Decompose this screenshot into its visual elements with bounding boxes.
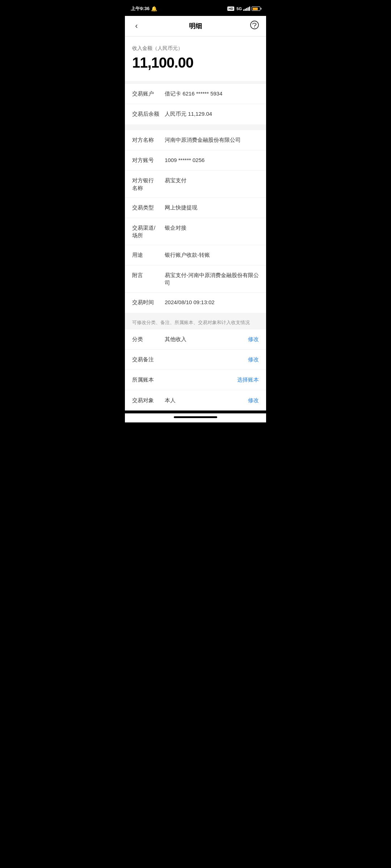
nav-bar: ‹ 明细	[125, 16, 266, 37]
table-row: 对方账号 1009 ****** 0256	[125, 150, 266, 171]
row-label: 交易时间	[132, 298, 165, 306]
table-row: 交易后余额 人民币元 11,129.04	[125, 104, 266, 124]
notification-icon: 🔔	[151, 6, 157, 12]
signal-icon	[243, 7, 250, 11]
category-row: 分类 其他收入 修改	[125, 329, 266, 350]
row-value: 易宝支付-河南中原消费金融股份有限公司	[165, 271, 259, 286]
status-right: HD 5G	[227, 7, 260, 11]
remark-label: 交易备注	[132, 356, 165, 363]
row-value: 银企对接	[165, 224, 259, 231]
transaction-detail-section: 交易账户 借记卡 6216 ****** 5934 交易后余额 人民币元 11,…	[125, 84, 266, 124]
row-value: 河南中原消费金融股份有限公司	[165, 136, 259, 144]
counterparty-edit-button[interactable]: 修改	[248, 397, 259, 404]
row-label: 对方银行 名称	[132, 176, 165, 192]
account-book-label: 所属账本	[132, 376, 165, 383]
table-row: 交易账户 借记卡 6216 ****** 5934	[125, 84, 266, 104]
amount-label: 收入金额（人民币元）	[132, 45, 259, 52]
counterparty-value: 本人	[165, 397, 248, 404]
row-label: 交易账户	[132, 90, 165, 97]
svg-point-0	[251, 21, 258, 29]
table-row: 对方银行 名称 易宝支付	[125, 171, 266, 198]
page-title: 明细	[189, 22, 202, 30]
amount-section: 收入金额（人民币元） 11,100.00	[125, 37, 266, 81]
main-content: 收入金额（人民币元） 11,100.00 交易账户 借记卡 6216 *****…	[125, 37, 266, 410]
home-bar	[174, 416, 217, 418]
table-row: 附言 易宝支付-河南中原消费金融股份有限公司	[125, 265, 266, 293]
row-label: 交易后余额	[132, 110, 165, 118]
row-label: 交易类型	[132, 204, 165, 211]
remark-edit-button[interactable]: 修改	[248, 356, 259, 363]
home-indicator	[125, 413, 266, 422]
category-label: 分类	[132, 336, 165, 343]
support-button[interactable]	[249, 20, 260, 32]
editable-notice: 可修改分类、备注、所属账本、交易对象和计入收支情况	[125, 316, 266, 329]
row-label: 附言	[132, 271, 165, 279]
counterparty-detail-section: 对方名称 河南中原消费金融股份有限公司 对方账号 1009 ****** 025…	[125, 130, 266, 313]
amount-value: 11,100.00	[132, 55, 259, 71]
time-display: 上午9:36	[131, 5, 150, 12]
counterparty-row: 交易对象 本人 修改	[125, 390, 266, 410]
table-row: 对方名称 河南中原消费金融股份有限公司	[125, 130, 266, 150]
row-label: 交易渠道/ 场所	[132, 224, 165, 239]
section-divider	[125, 127, 266, 130]
table-row: 交易渠道/ 场所 银企对接	[125, 218, 266, 245]
row-value: 借记卡 6216 ****** 5934	[165, 90, 259, 97]
account-book-row: 所属账本 选择账本	[125, 370, 266, 390]
svg-point-1	[254, 27, 255, 27]
back-button[interactable]: ‹	[131, 21, 142, 31]
editable-section: 可修改分类、备注、所属账本、交易对象和计入收支情况 分类 其他收入 修改 交易备…	[125, 316, 266, 410]
status-bar: 上午9:36 🔔 HD 5G	[125, 0, 266, 16]
category-edit-button[interactable]: 修改	[248, 336, 259, 343]
row-value: 网上快捷提现	[165, 204, 259, 211]
table-row: 交易时间 2024/08/10 09:13:02	[125, 293, 266, 313]
row-value: 易宝支付	[165, 176, 259, 184]
status-left: 上午9:36 🔔	[131, 5, 157, 12]
battery-icon	[252, 7, 260, 11]
row-value: 人民币元 11,129.04	[165, 110, 259, 118]
account-book-select-button[interactable]: 选择账本	[237, 376, 259, 383]
row-value: 2024/08/10 09:13:02	[165, 298, 259, 306]
row-label: 对方名称	[132, 136, 165, 144]
table-row: 交易类型 网上快捷提现	[125, 198, 266, 218]
hd-badge: HD	[227, 7, 234, 11]
category-value: 其他收入	[165, 336, 248, 343]
counterparty-label: 交易对象	[132, 397, 165, 404]
battery-fill	[253, 8, 258, 10]
row-label: 用途	[132, 251, 165, 259]
row-label: 对方账号	[132, 156, 165, 164]
row-value: 1009 ****** 0256	[165, 156, 259, 164]
row-value: 银行账户收款-转账	[165, 251, 259, 259]
remark-row: 交易备注 修改	[125, 350, 266, 370]
network-5g: 5G	[236, 7, 242, 11]
table-row: 用途 银行账户收款-转账	[125, 245, 266, 265]
